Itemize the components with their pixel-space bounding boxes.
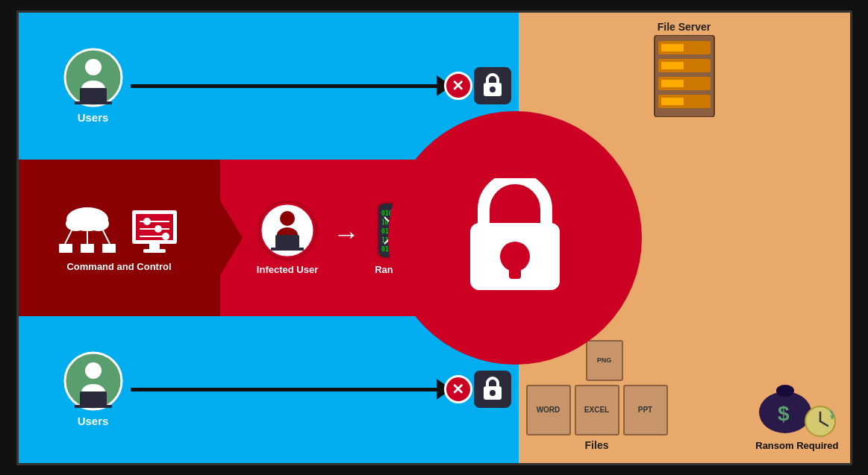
excel-label: EXCEL [584, 406, 609, 414]
svg-rect-22 [59, 244, 72, 253]
bottom-row: Users ✕ [19, 316, 850, 463]
server-rack-container [651, 35, 718, 120]
bottom-user-icon [63, 351, 123, 411]
svg-rect-3 [80, 88, 107, 103]
svg-rect-33 [149, 243, 160, 249]
files-row: WORD EXCEL PPT [526, 385, 668, 435]
files-label-container: Files [526, 438, 668, 452]
cnc-label: Command and Control [66, 261, 171, 272]
cnc-panel: Command and Control [19, 160, 220, 316]
ransom-section: $ Ransom Required [755, 364, 838, 452]
ransom-label-container: Ransom Required [755, 438, 838, 452]
word-file-card: WORD [526, 385, 571, 435]
top-lock-icon [481, 72, 505, 99]
bottom-user-container: Users [63, 351, 123, 427]
top-x-circle: ✕ [444, 72, 472, 100]
svg-rect-24 [102, 244, 116, 253]
top-user-icon [63, 48, 123, 107]
bottom-arrow-line [131, 388, 437, 391]
png-file-card: PNG [586, 340, 623, 381]
svg-rect-34 [143, 249, 166, 253]
cnc-monitor-icon [128, 210, 181, 255]
bottom-lock-icon [481, 376, 505, 403]
svg-point-18 [88, 216, 109, 231]
png-label: PNG [597, 356, 612, 364]
infected-user-icon [257, 201, 317, 260]
svg-rect-14 [661, 80, 684, 87]
ransom-icon-container: $ [755, 364, 837, 438]
svg-rect-63 [509, 264, 521, 279]
svg-line-19 [65, 229, 72, 244]
svg-rect-15 [661, 98, 684, 105]
svg-rect-38 [275, 235, 299, 248]
svg-point-66 [776, 385, 794, 397]
svg-point-1 [85, 59, 102, 75]
ppt-file-card: PPT [623, 385, 668, 435]
clock-svg [804, 405, 837, 438]
ppt-label: PPT [638, 406, 652, 414]
top-row: Users ✕ File Server [19, 13, 850, 160]
cnc-cloud-icon [57, 203, 117, 255]
svg-rect-23 [81, 244, 94, 253]
svg-rect-13 [661, 62, 684, 69]
file-server-label: File Server [658, 21, 711, 33]
ransom-label: Ransom Required [755, 440, 838, 451]
svg-rect-12 [661, 44, 684, 51]
svg-point-36 [280, 211, 295, 226]
svg-point-60 [490, 390, 496, 396]
excel-file-card: EXCEL [575, 385, 619, 435]
infected-user-container: Infected User [257, 201, 318, 275]
large-lock-icon [463, 178, 567, 298]
svg-rect-4 [75, 101, 112, 104]
bottom-arrow [131, 379, 452, 400]
big-red-circle [388, 111, 642, 365]
svg-text:$: $ [778, 402, 790, 425]
svg-point-30 [154, 225, 162, 233]
file-server-label-container: File Server [519, 20, 850, 34]
top-arrow [131, 75, 452, 96]
svg-point-55 [85, 362, 102, 379]
svg-rect-39 [271, 248, 304, 251]
bottom-lock-small [474, 371, 511, 408]
arrow1: → [333, 221, 360, 248]
ransomware-diagram: Users ✕ File Server [16, 10, 852, 465]
bottom-users-label: Users [78, 415, 109, 427]
bottom-x-circle: ✕ [444, 375, 472, 403]
word-label: WORD [537, 406, 561, 414]
png-file: PNG [586, 340, 668, 381]
svg-line-21 [102, 229, 110, 244]
cnc-icons [57, 203, 181, 255]
svg-point-17 [66, 216, 87, 231]
top-user-container: Users [63, 48, 123, 124]
top-users-label: Users [78, 111, 109, 124]
svg-point-28 [143, 218, 151, 225]
infected-user-label: Infected User [257, 264, 318, 275]
svg-rect-58 [75, 405, 112, 408]
top-lock-small [474, 67, 511, 104]
clock-icon [804, 405, 837, 438]
top-arrow-line [131, 84, 437, 88]
cnc-top-row [57, 203, 181, 255]
server-rack-icon [651, 35, 718, 117]
svg-point-32 [162, 233, 169, 240]
svg-rect-57 [80, 391, 107, 406]
files-label: Files [585, 439, 609, 451]
svg-point-6 [490, 86, 496, 92]
